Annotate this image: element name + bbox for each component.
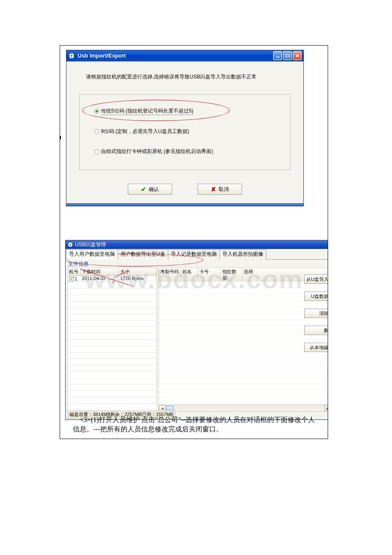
scroll-right-arrow[interactable]: ► xyxy=(324,405,328,411)
svg-point-1 xyxy=(71,55,72,57)
notch-left xyxy=(60,136,61,139)
annotation-number-2: 2 xyxy=(112,278,115,283)
radio-5digit[interactable] xyxy=(94,109,99,114)
window-buttons xyxy=(273,51,303,60)
ok-button[interactable]: ✔ 确认 xyxy=(128,184,172,195)
dialog1-titlebar: Usb Import/Export xyxy=(66,50,303,61)
cell-machine-no: ✓ 1 xyxy=(68,276,81,282)
instruction-text: 请根据指纹机的配置进行选择,选择错误将导致USB闪盘导入导出数据不正常 xyxy=(86,73,291,81)
fieldset-label: 文件信息 xyxy=(66,260,328,268)
file-row-empty xyxy=(68,327,156,333)
file-row-empty xyxy=(68,340,156,346)
radio-option-selfservice[interactable]: 自助式指纹打卡钟或彩屏机 (参见指纹机启动界面) xyxy=(94,148,280,155)
radio-9digit[interactable] xyxy=(94,129,99,134)
dialog1-title: Usb Import/Export xyxy=(78,52,273,59)
svg-rect-2 xyxy=(276,57,280,58)
svg-rect-3 xyxy=(286,55,289,57)
dialog1-button-row: ✔ 确认 ✘ 取消 xyxy=(79,182,291,199)
file-row-empty xyxy=(68,384,156,391)
ok-label: 确认 xyxy=(149,186,159,193)
instruction-paragraph: <3>(1)打开人员维护 点击"总公司"--选择要修改的人员在对话框的下面修改个… xyxy=(64,413,323,436)
user-data-grid[interactable]: 考勤号码 姓名 卡号 指纹数据 选择 ◄ ► xyxy=(159,268,328,412)
col-machine-no[interactable]: 机号 xyxy=(68,268,81,275)
usb-data-button[interactable]: U盘数据 xyxy=(304,292,328,301)
close-button[interactable] xyxy=(293,51,302,60)
dialog2-titlebar: USB闪盘管理 xyxy=(66,240,328,249)
cell-machine-no-val: 1 xyxy=(75,276,77,281)
app-icon xyxy=(68,52,75,59)
file-row-empty xyxy=(68,378,156,384)
file-row-empty xyxy=(68,372,156,378)
usb-import-export-dialog: Usb Import/Export 请根据指纹机的配置进行选择,选择错误将导致U… xyxy=(66,50,304,206)
usb-disk-manager-dialog: USB闪盘管理 导入用户数据至电脑 用户数据导出至U盘 导入记录数据至电脑 导入… xyxy=(65,240,328,420)
radio-9digit-label: 9位码 (定制，必需先导入U盘员工数据) xyxy=(101,128,189,135)
file-row-empty xyxy=(68,359,156,365)
file-row-empty xyxy=(68,391,156,397)
app-icon-2 xyxy=(67,242,73,248)
right-grid-header: 考勤号码 姓名 卡号 指纹数据 选择 xyxy=(159,268,328,282)
file-row-empty xyxy=(68,308,156,314)
right-grid-body xyxy=(159,282,328,405)
file-list-grid[interactable]: 机号 下载时间 大小 ✓ 1 2011-04-02 … 1728 Bytes xyxy=(67,268,157,412)
file-row-empty xyxy=(68,333,156,340)
col-download-time[interactable]: 下载时间 xyxy=(81,268,119,275)
tabs: 导入用户数据至电脑 用户数据导出至U盘 导入记录数据至电脑 导入机器所拍图像 xyxy=(66,249,328,260)
file-row-empty xyxy=(68,314,156,321)
file-row-empty xyxy=(68,365,156,372)
tab-export-user[interactable]: 用户数据导出至U盘 xyxy=(118,249,168,260)
cancel-label: 取消 xyxy=(219,186,229,193)
row-checkbox[interactable]: ✓ xyxy=(69,277,74,281)
delete-button[interactable]: 删 xyxy=(304,326,328,335)
radio-selfservice-label: 自助式指纹打卡钟或彩屏机 (参见指纹机启动界面) xyxy=(101,148,213,155)
side-button-column: 从U盘导入 U盘数据 清除 删 从本地磁 xyxy=(304,275,328,352)
dialog2-inner: 导入用户数据至电脑 用户数据导出至U盘 导入记录数据至电脑 导入机器所拍图像 文… xyxy=(66,249,328,419)
left-grid-header: 机号 下载时间 大小 xyxy=(68,268,156,276)
radio-groupbox: 传统5位码 (指纹机登记号码长度不超过5) 9位码 (定制，必需先导入U盘员工数… xyxy=(79,94,291,170)
col-att-no[interactable]: 考勤号码 xyxy=(159,268,181,282)
horizontal-scrollbar[interactable]: ◄ ► xyxy=(159,405,328,411)
x-icon: ✘ xyxy=(211,186,216,193)
file-row-empty xyxy=(68,321,156,327)
clear-button[interactable]: 清除 xyxy=(304,309,328,318)
check-icon: ✔ xyxy=(141,186,146,193)
grids-row: 机号 下载时间 大小 ✓ 1 2011-04-02 … 1728 Bytes xyxy=(66,268,328,412)
radio-5digit-label: 传统5位码 (指纹机登记号码长度不超过5) xyxy=(101,107,193,115)
file-row-empty xyxy=(68,289,156,295)
tab-import-images[interactable]: 导入机器所拍图像 xyxy=(219,249,266,260)
file-row-empty xyxy=(68,397,156,404)
cancel-button[interactable]: ✘ 取消 xyxy=(198,184,242,195)
page-frame: Usb Import/Export 请根据指纹机的配置进行选择,选择错误将导致U… xyxy=(60,45,328,439)
file-row-empty xyxy=(68,295,156,301)
radio-option-5digit[interactable]: 传统5位码 (指纹机登记号码长度不超过5) xyxy=(94,107,280,115)
import-from-usb-button[interactable]: 从U盘导入 xyxy=(304,275,328,284)
col-fingerprint[interactable]: 指纹数据 xyxy=(221,268,242,282)
scroll-track[interactable] xyxy=(174,405,324,411)
col-card-no[interactable]: 卡号 xyxy=(198,268,221,282)
dialog1-body: 请根据指纹机的配置进行选择,选择错误将导致USB闪盘导入导出数据不正常 传统5位… xyxy=(66,61,303,203)
tab-import-user[interactable]: 导入用户数据至电脑 xyxy=(66,249,118,260)
tab-import-records[interactable]: 导入记录数据至电脑 xyxy=(168,249,220,260)
minimize-button[interactable] xyxy=(273,51,282,60)
svg-point-5 xyxy=(69,244,71,246)
radio-option-9digit[interactable]: 9位码 (定制，必需先导入U盘员工数据) xyxy=(94,128,280,135)
maximize-button[interactable] xyxy=(283,51,292,60)
dialog1-bottom-border xyxy=(66,203,303,206)
file-row-empty xyxy=(68,353,156,359)
from-local-disk-button[interactable]: 从本地磁 xyxy=(304,343,328,352)
file-row-empty xyxy=(68,301,156,308)
radio-selfservice[interactable] xyxy=(94,149,99,154)
col-name[interactable]: 姓名 xyxy=(181,268,198,282)
file-row-empty xyxy=(68,346,156,353)
dialog2-title: USB闪盘管理 xyxy=(75,241,106,249)
